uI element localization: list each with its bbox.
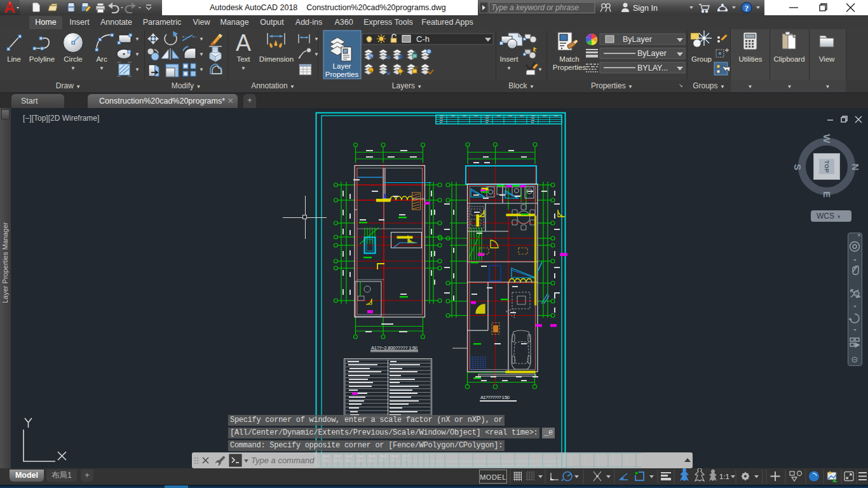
svg-text:A1??????? 1:50: A1??????? 1:50 bbox=[480, 395, 510, 400]
svg-text:ByLayer: ByLayer bbox=[637, 49, 667, 58]
svg-text:E: E bbox=[822, 191, 832, 198]
svg-text:Type a command: Type a command bbox=[251, 456, 315, 465]
svg-text:BYLAY...: BYLAY... bbox=[637, 64, 668, 72]
svg-text:S: S bbox=[793, 164, 803, 170]
svg-text:TOP: TOP bbox=[824, 160, 831, 173]
svg-text:C-h: C-h bbox=[416, 34, 430, 44]
svg-text:N: N bbox=[850, 164, 861, 171]
svg-text:?: ? bbox=[745, 3, 749, 13]
svg-text:ByLayer: ByLayer bbox=[623, 35, 652, 44]
svg-text:A: A bbox=[236, 30, 251, 56]
svg-text:Type a keyword or phrase: Type a keyword or phrase bbox=[491, 3, 579, 12]
svg-text:W: W bbox=[822, 134, 832, 144]
svg-text:Sign In: Sign In bbox=[633, 4, 658, 13]
svg-text:A1??−2.800????? 1:50: A1??−2.800????? 1:50 bbox=[371, 345, 417, 351]
svg-text:1:1: 1:1 bbox=[719, 473, 729, 480]
